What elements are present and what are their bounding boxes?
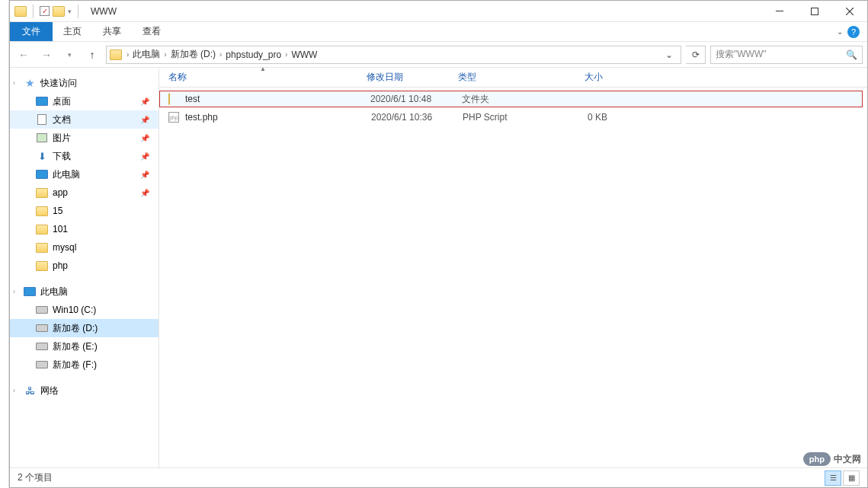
icons-view-button[interactable]: ▦ [843, 470, 860, 486]
sidebar-item-label: 15 [53, 206, 62, 216]
sidebar-drive-item[interactable]: 新加卷 (D:) [10, 319, 159, 337]
sidebar-item[interactable]: mysql [10, 238, 159, 257]
drive-icon [36, 306, 48, 314]
back-button[interactable]: ← [14, 46, 33, 64]
help-icon[interactable]: ? [847, 26, 860, 38]
navigation-pane: › ★ 快速访问 桌面📌文档📌图片📌⬇下载📌此电脑📌app📌15101mysql… [10, 68, 159, 467]
column-type[interactable]: 类型 [458, 71, 549, 84]
quick-access-label: 快速访问 [40, 77, 77, 90]
status-bar: 2 个项目 ☰ ▦ [10, 467, 867, 487]
qat-dropdown-icon[interactable]: ▾ [68, 8, 72, 15]
ribbon-share-tab[interactable]: 共享 [92, 22, 132, 41]
sidebar-item-label: Win10 (C:) [53, 305, 96, 315]
file-size: 0 KB [554, 112, 607, 123]
view-buttons: ☰ ▦ [825, 470, 860, 486]
quick-access-header[interactable]: › ★ 快速访问 [10, 74, 159, 92]
column-name[interactable]: 名称 ▲ [168, 71, 367, 84]
pin-icon: 📌 [140, 97, 149, 106]
sidebar-item[interactable]: 桌面📌 [10, 92, 159, 110]
folder-icon [36, 206, 48, 216]
address-chevron-icon[interactable]: › [162, 50, 168, 59]
file-name: test [185, 94, 370, 104]
ribbon-right: ⌄ ? [837, 22, 867, 41]
address-box[interactable]: › 此电脑 › 新加卷 (D:) › phpstudy_pro › WWW ⌄ [106, 46, 681, 64]
address-chevron-icon[interactable]: › [283, 50, 289, 59]
search-input[interactable]: 搜索"WWW" 🔍 [710, 46, 863, 64]
app-icon [14, 6, 27, 17]
ribbon-view-tab[interactable]: 查看 [132, 22, 171, 41]
svg-rect-1 [812, 8, 818, 14]
maximize-button[interactable] [797, 1, 832, 22]
address-chevron-icon[interactable]: › [125, 50, 130, 59]
drive-icon [36, 324, 48, 332]
tree-caret-icon[interactable]: › [13, 387, 15, 394]
qat-properties-icon[interactable]: ✓ [40, 6, 50, 16]
sidebar-drive-item[interactable]: Win10 (C:) [10, 301, 159, 319]
file-rows[interactable]: test2020/6/1 10:48文件夹phptest.php2020/6/1… [159, 88, 867, 467]
folder-icon [36, 243, 48, 253]
sidebar-item-label: 新加卷 (D:) [53, 322, 98, 335]
search-icon: 🔍 [846, 49, 857, 60]
tree-caret-icon[interactable]: › [13, 288, 15, 295]
sidebar-item[interactable]: 文档📌 [10, 110, 159, 129]
sidebar-item[interactable]: 图片📌 [10, 129, 159, 147]
sidebar-item[interactable]: ⬇下载📌 [10, 147, 159, 165]
breadcrumb-segment[interactable]: phpstudy_pro [223, 49, 283, 60]
sidebar-drive-item[interactable]: 新加卷 (E:) [10, 337, 159, 356]
sidebar-item[interactable]: 15 [10, 202, 159, 220]
ribbon-expand-icon[interactable]: ⌄ [837, 27, 843, 36]
document-icon [37, 114, 46, 125]
sidebar-item-label: mysql [53, 242, 76, 253]
content-area: › ★ 快速访问 桌面📌文档📌图片📌⬇下载📌此电脑📌app📌15101mysql… [10, 68, 867, 467]
minimize-button[interactable] [762, 1, 797, 22]
close-button[interactable] [832, 1, 867, 22]
sidebar-item[interactable]: 此电脑📌 [10, 165, 159, 183]
up-button[interactable]: ↑ [83, 46, 101, 64]
breadcrumb-segment[interactable]: WWW [289, 49, 319, 60]
sidebar-item-label: 文档 [53, 113, 71, 126]
details-view-button[interactable]: ☰ [825, 470, 841, 486]
breadcrumb-segment[interactable]: 此电脑 [130, 48, 162, 61]
breadcrumb-segment[interactable]: 新加卷 (D:) [168, 48, 218, 61]
sidebar-item[interactable]: php [10, 257, 159, 275]
titlebar-left: ✓ ▾ WWW [10, 5, 117, 18]
folder-icon [36, 225, 48, 234]
forward-button[interactable]: → [37, 46, 56, 64]
column-headers: 名称 ▲ 修改日期 类型 大小 [159, 68, 867, 88]
qat-newfolder-icon[interactable] [53, 6, 65, 17]
pin-icon: 📌 [140, 152, 149, 161]
file-name: test.php [185, 112, 371, 123]
column-date[interactable]: 修改日期 [367, 71, 458, 84]
ribbon-file-tab[interactable]: 文件 [10, 22, 53, 41]
sidebar-item[interactable]: 101 [10, 220, 159, 238]
pin-icon: 📌 [140, 134, 149, 142]
file-row[interactable]: test2020/6/1 10:48文件夹 [159, 91, 863, 107]
network-label: 网络 [40, 384, 59, 397]
address-dropdown-icon[interactable]: ⌄ [661, 49, 677, 60]
drive-icon [36, 361, 48, 368]
sidebar-item-label: 此电脑 [53, 168, 80, 181]
network-icon: 🖧 [24, 385, 36, 396]
recent-dropdown[interactable]: ▾ [60, 46, 78, 64]
this-pc-header[interactable]: › 此电脑 [10, 282, 159, 301]
tree-caret-icon[interactable]: › [13, 79, 15, 87]
explorer-window: ✓ ▾ WWW 文件 主页 共享 查看 ⌄ ? [9, 0, 868, 488]
network-header[interactable]: › 🖧 网络 [10, 381, 159, 400]
sidebar-drive-item[interactable]: 新加卷 (F:) [10, 356, 159, 374]
file-row[interactable]: phptest.php2020/6/1 10:36PHP Script0 KB [159, 109, 867, 126]
watermark-badge: php [803, 452, 831, 466]
address-chevron-icon[interactable]: › [218, 50, 223, 59]
file-type: 文件夹 [462, 93, 553, 106]
pc-icon [36, 170, 48, 179]
qat-separator [33, 5, 34, 18]
sidebar-item[interactable]: app📌 [10, 183, 159, 202]
minimize-icon [776, 11, 783, 11]
column-size[interactable]: 大小 [549, 71, 603, 84]
sidebar-item-label: 下载 [53, 150, 71, 163]
ribbon-home-tab[interactable]: 主页 [53, 22, 92, 41]
column-name-label: 名称 [168, 72, 187, 82]
refresh-button[interactable]: ⟳ [686, 46, 706, 64]
file-date: 2020/6/1 10:48 [370, 94, 462, 104]
search-placeholder: 搜索"WWW" [716, 48, 767, 61]
php-file-icon: php [168, 112, 179, 123]
